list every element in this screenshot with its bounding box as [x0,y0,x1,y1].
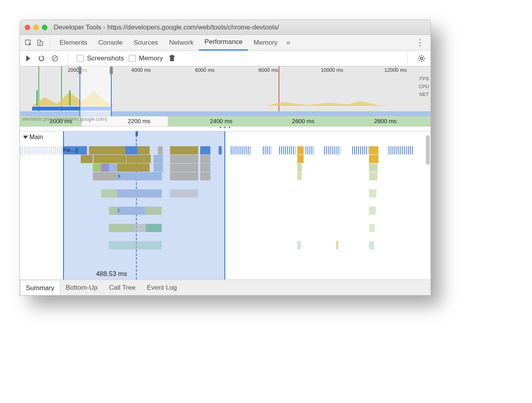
flame-segment[interactable] [109,163,117,172]
flame-segment[interactable] [170,146,198,154]
tab-elements[interactable]: Elements [54,35,93,51]
flame-segment[interactable] [109,207,117,215]
device-toggle-icon[interactable] [34,37,46,49]
flame-segment[interactable] [369,163,378,172]
flame-segment[interactable] [101,189,117,198]
flame-segment[interactable]: l [117,207,145,215]
flame-segment[interactable] [146,207,162,215]
flame-segment[interactable] [369,224,375,232]
flame-segment[interactable] [109,224,117,232]
flame-segment[interactable] [369,172,377,180]
flame-chart[interactable]: Main Par…])sl 488.53 ms [20,131,431,280]
menu-icon[interactable]: ⋮ [412,38,428,48]
chevron-down-icon [23,136,28,139]
ruler-tick: 2800 ms [374,118,397,124]
flame-segment[interactable] [389,146,413,154]
tab-console[interactable]: Console [93,35,128,51]
flame-segment[interactable] [101,163,109,172]
flame-segment[interactable] [352,146,368,154]
inspect-icon[interactable] [22,37,34,49]
reload-icon[interactable] [37,54,46,63]
flame-segment[interactable] [146,172,162,180]
tab-sources[interactable]: Sources [128,35,163,51]
flame-segment[interactable] [279,146,295,154]
flame-segment[interactable] [158,146,163,154]
flame-segment[interactable] [369,207,376,215]
flame-segment[interactable] [154,155,163,163]
flame-segment[interactable] [219,146,222,154]
overview-selection[interactable] [80,66,112,116]
checkbox-icon[interactable] [77,55,84,62]
flame-segment[interactable] [306,146,314,154]
scrollbar-thumb[interactable] [426,135,430,165]
screenshots-checkbox[interactable]: Screenshots [77,54,124,62]
flame-segment[interactable]: Par…]) [63,146,87,154]
flame-segment[interactable] [231,146,251,154]
tab-performance[interactable]: Performance [199,35,248,51]
flame-segment[interactable] [170,163,198,172]
zoom-icon[interactable] [42,25,47,30]
flame-segment[interactable] [200,146,210,154]
flame-segment[interactable] [336,241,338,249]
clear-icon[interactable] [51,54,59,63]
flame-segment[interactable] [134,224,146,232]
flame-segment[interactable] [369,146,378,154]
flame-segment[interactable] [117,224,133,232]
tab-summary[interactable]: Summary [20,280,60,296]
flame-segment[interactable] [127,155,151,163]
flame-segment[interactable] [138,146,150,154]
flame-segment[interactable] [263,146,271,154]
flame-segment[interactable] [324,146,340,154]
tab-call-tree[interactable]: Call Tree [103,280,141,295]
tab-network[interactable]: Network [164,35,199,51]
tab-event-log[interactable]: Event Log [141,280,183,295]
overview-timeline[interactable]: 2000 ms4000 ms6000 ms8000 ms10000 ms1200… [20,66,431,116]
flame-segment[interactable] [297,241,300,249]
ruler-collapsed[interactable]: • • • [20,127,431,131]
flame-segment[interactable] [297,172,301,180]
minimize-icon[interactable] [33,25,39,30]
selection-handle-left[interactable] [78,67,81,74]
record-icon[interactable] [24,54,33,63]
flame-segment[interactable] [369,241,374,249]
close-icon[interactable] [25,25,30,30]
flame-segment[interactable] [154,163,163,172]
flame-segment[interactable] [170,189,198,198]
tab-bottom-up[interactable]: Bottom-Up [60,280,103,295]
flame-segment[interactable] [369,155,378,163]
flame-segment[interactable] [297,163,301,172]
flame-segment[interactable] [117,163,150,172]
separator [50,38,50,47]
flame-segment[interactable] [109,241,161,249]
flame-segment[interactable] [170,172,198,180]
memory-checkbox[interactable]: Memory [129,54,163,62]
flame-segment[interactable]: s [117,172,145,180]
flame-segment[interactable] [81,155,93,163]
checkbox-icon[interactable] [129,55,136,62]
tab-memory[interactable]: Memory [248,35,283,51]
main-thread-toggle[interactable]: Main [23,134,43,141]
flame-segment[interactable] [93,163,101,172]
flame-segment[interactable] [146,224,162,232]
scrollbar[interactable] [426,135,430,276]
flame-segment[interactable] [146,189,162,198]
trash-icon[interactable] [168,54,176,63]
flame-segment[interactable] [89,146,125,154]
flame-segment[interactable] [93,172,117,180]
flame-segment[interactable] [297,155,304,163]
selection-handle-right[interactable] [110,67,113,74]
flame-segment[interactable] [20,146,63,154]
flame-segment[interactable] [170,155,198,163]
flame-segment[interactable] [200,172,210,180]
flame-segment[interactable] [117,189,145,198]
flame-segment[interactable] [369,189,376,198]
flame-segment[interactable] [200,163,210,172]
flame-segment[interactable] [125,146,138,154]
ruler-tick: 2400 ms [210,118,233,124]
svg-rect-5 [170,56,174,61]
flame-segment[interactable] [94,155,126,163]
gear-icon[interactable] [416,54,427,63]
flame-segment[interactable] [297,146,304,154]
overflow-icon[interactable]: » [283,38,293,47]
flame-segment[interactable] [200,155,210,163]
